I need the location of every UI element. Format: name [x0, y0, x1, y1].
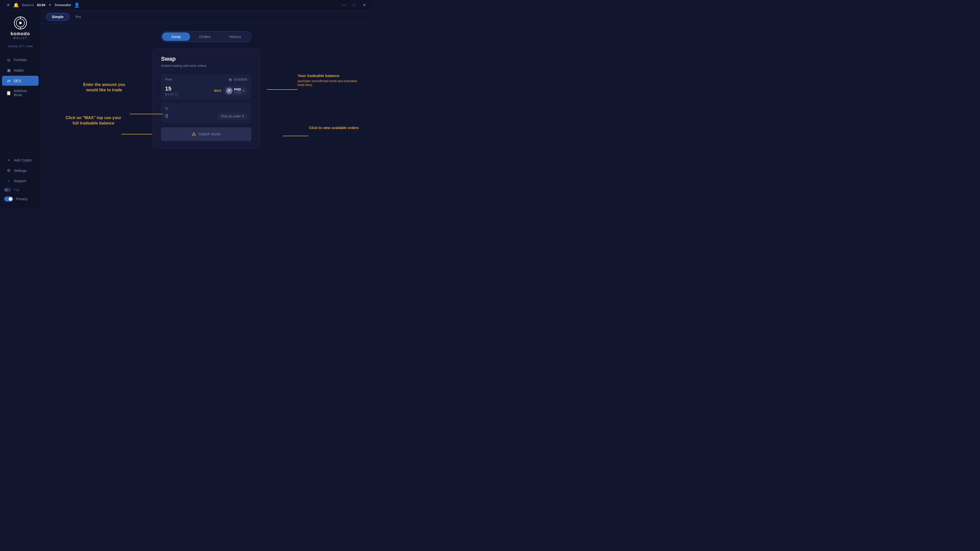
- sidebar-item-dex[interactable]: ⇄ DEX: [2, 76, 38, 86]
- wallet-icon: ▣: [6, 68, 11, 73]
- balance-label: Balance: [22, 3, 34, 7]
- titlebar: ☀ 🔔 Balance $3.94 ▼ Drewwallet 👤 — □ ✕: [0, 0, 372, 10]
- coin-type: UTXO: [234, 91, 241, 94]
- logo-sub: WALLET: [13, 37, 27, 40]
- app-layout: komodo WALLET Desktop v0.7.1-beta ◎ Port…: [0, 10, 372, 208]
- warning-icon: ⚠: [192, 131, 196, 137]
- swap-now-button[interactable]: ⚠ SWAP NOW: [161, 127, 251, 141]
- to-section: To 0 Pick an order ▾: [161, 103, 251, 123]
- sidebar-item-label-dex: DEX: [14, 79, 21, 83]
- tab-orders[interactable]: Orders: [190, 32, 220, 41]
- swap-title: Swap: [161, 56, 251, 62]
- annotation-enter-amount: Enter the amount you would like to trade: [79, 82, 130, 93]
- sidebar-item-portfolio[interactable]: ◎ Portfolio: [2, 55, 38, 65]
- fiat-row[interactable]: Fiat: [0, 186, 41, 193]
- from-right: MAX P PND UTXO ▾: [214, 86, 247, 96]
- sidebar-nav: ◎ Portfolio ▣ Wallet ⇄ DEX 📋 Address Boo…: [0, 53, 41, 146]
- fiat-toggle[interactable]: [4, 188, 11, 192]
- from-amount-area: 15 $ 0.00 i: [165, 86, 178, 97]
- privacy-label: Privacy: [16, 197, 27, 201]
- balance-amount: $3.94: [37, 3, 45, 7]
- dex-area: Swap Orders History Swap Instant trading…: [41, 24, 372, 208]
- fiat-knob: [5, 188, 8, 191]
- sidebar-item-label-wallet: Wallet: [14, 68, 24, 73]
- privacy-toggle[interactable]: [4, 197, 13, 202]
- privacy-knob: [9, 197, 12, 201]
- wallet-dropdown-arrow[interactable]: ▼: [48, 3, 52, 7]
- bell-icon[interactable]: 🔔: [13, 2, 19, 8]
- version-text: Desktop v0.7.1-beta: [0, 44, 41, 53]
- sidebar-item-label-add-crypto: Add Crypto: [14, 158, 32, 162]
- annotation-enter-line: [130, 114, 163, 114]
- sidebar-item-wallet[interactable]: ▣ Wallet: [2, 65, 38, 75]
- coin-info: PND UTXO: [234, 87, 241, 94]
- dex-icon: ⇄: [6, 78, 11, 83]
- portfolio-icon: ◎: [6, 57, 11, 62]
- sidebar-item-settings[interactable]: ⚙ Settings: [2, 165, 38, 176]
- from-balance-value: 19.50505: [234, 78, 247, 81]
- from-amount[interactable]: 15: [165, 86, 178, 92]
- sidebar-item-label-support: Support: [14, 179, 26, 183]
- tradeable-sub: (excludes unconfirmed funds and estimate…: [298, 79, 359, 87]
- pick-order-label: Pick an order: [221, 114, 241, 118]
- tab-history[interactable]: History: [220, 32, 250, 41]
- sidebar-bottom: + Add Crypto ⚙ Settings ○ Support Fiat: [0, 146, 41, 208]
- sidebar-divider: [4, 152, 37, 153]
- orders-line: [283, 136, 308, 136]
- annotation-max: Click on "MAX" top use your full tradeab…: [65, 115, 121, 126]
- close-button[interactable]: ✕: [361, 2, 368, 8]
- annotation-orders: Click to view available orders: [309, 125, 359, 130]
- sidebar-item-add-crypto[interactable]: + Add Crypto: [2, 156, 38, 165]
- fiat-label: Fiat: [14, 188, 19, 192]
- coin-icon: P: [226, 87, 232, 94]
- info-icon[interactable]: i: [175, 93, 178, 97]
- wallet-name: Drewwallet: [55, 3, 71, 7]
- balance-display: ▣ 19.50505: [229, 77, 247, 81]
- to-trade-row: 0 Pick an order ▾: [165, 113, 247, 120]
- from-label: From: [165, 78, 172, 81]
- sidebar-item-support[interactable]: ○ Support: [2, 176, 38, 186]
- tab-pro-button[interactable]: Pro: [72, 13, 85, 21]
- balance-icon: ▣: [229, 77, 232, 81]
- logo-name: komodo: [11, 31, 30, 37]
- swap-subtitle: Instant trading with best orders: [161, 64, 251, 68]
- sidebar-item-address-book[interactable]: 📋 Address Book: [2, 86, 38, 100]
- annotation-tradeable: Your tradeable balance (excludes unconfi…: [298, 73, 359, 87]
- main-content: Simple Pro Swap Orders History Swap Inst…: [41, 10, 372, 208]
- add-crypto-icon: +: [6, 158, 11, 162]
- coin-selector[interactable]: P PND UTXO ▾: [223, 86, 247, 96]
- logo-area: komodo WALLET: [0, 10, 41, 44]
- chevron-down-icon: ▾: [243, 89, 244, 93]
- sidebar: komodo WALLET Desktop v0.7.1-beta ◎ Port…: [0, 10, 41, 208]
- swap-now-label: SWAP NOW: [199, 132, 221, 136]
- logo-icon: [14, 16, 27, 30]
- privacy-row[interactable]: Privacy: [0, 194, 41, 204]
- sidebar-item-label-settings: Settings: [14, 168, 27, 173]
- from-usd: $ 0.00 i: [165, 93, 178, 97]
- support-icon: ○: [6, 179, 11, 183]
- order-selector[interactable]: Pick an order ▾: [218, 113, 247, 120]
- svg-point-2: [19, 22, 22, 24]
- max-button[interactable]: MAX: [214, 89, 221, 93]
- sidebar-item-label-address-book: Address Book: [14, 89, 35, 97]
- to-amount[interactable]: 0: [165, 113, 168, 119]
- tab-swap[interactable]: Swap: [162, 32, 190, 41]
- settings-icon: ⚙: [6, 168, 11, 173]
- topbar: Simple Pro: [41, 10, 372, 24]
- dex-tabs: Swap Orders History: [161, 31, 251, 42]
- theme-icon[interactable]: ☀: [6, 2, 10, 8]
- swap-card: Swap Instant trading with best orders Fr…: [153, 48, 260, 148]
- to-label: To: [165, 107, 169, 110]
- user-icon: 👤: [74, 2, 80, 8]
- order-chevron-icon: ▾: [242, 114, 244, 118]
- maximize-button[interactable]: □: [352, 2, 357, 8]
- annotation-max-line: [121, 134, 152, 135]
- tradeable-heading: Your tradeable balance: [298, 73, 359, 78]
- titlebar-left: ☀ 🔔 Balance $3.94 ▼ Drewwallet 👤: [6, 2, 80, 8]
- coin-name: PND: [234, 87, 241, 91]
- minimize-button[interactable]: —: [340, 2, 347, 8]
- address-book-icon: 📋: [6, 91, 11, 95]
- tab-simple-button[interactable]: Simple: [46, 13, 69, 21]
- sidebar-item-label-portfolio: Portfolio: [14, 58, 27, 62]
- tradeable-line: [267, 89, 298, 90]
